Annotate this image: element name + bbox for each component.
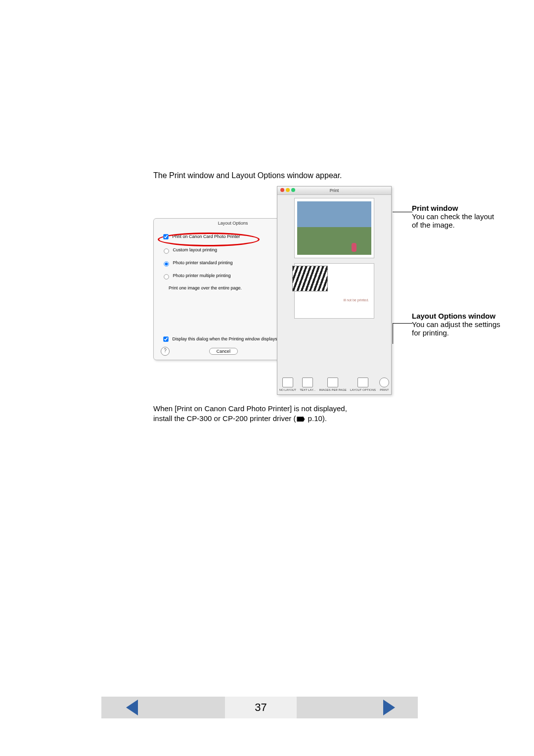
tb-print[interactable]: PRINT	[379, 378, 389, 391]
print-preview-secondary: ill not be printed.	[294, 263, 374, 319]
tb-layout-options[interactable]: LAYOUT OPTIONS	[350, 378, 376, 391]
print-preview-main	[294, 198, 374, 258]
cancel-button[interactable]: Cancel	[209, 348, 238, 355]
callout-print-window: Print window You can check the layout of…	[412, 204, 501, 229]
close-icon[interactable]	[280, 188, 284, 192]
callout2-title: Layout Options window	[412, 312, 495, 320]
tb-no-layout[interactable]: NO LAYOUT	[279, 378, 296, 391]
tb-no-layout-label: NO LAYOUT	[279, 388, 296, 391]
tb-images-label: IMAGES PER PAGE	[319, 388, 346, 391]
print-toolbar: NO LAYOUT TEXT LAY... IMAGES PER PAGE LA…	[277, 378, 391, 391]
callout2-body: You can adjust the settings for printing…	[412, 320, 500, 337]
callout-line-2	[393, 323, 412, 324]
page-content: The Print window and Layout Options wind…	[101, 0, 418, 756]
help-button[interactable]: ?	[161, 347, 170, 356]
tb-text-layout[interactable]: TEXT LAY...	[300, 378, 315, 391]
minimize-icon[interactable]	[286, 188, 290, 192]
prev-page-button[interactable]	[126, 700, 138, 715]
callout-layout-options: Layout Options window You can adjust the…	[412, 312, 501, 337]
nav-bar-left	[101, 697, 225, 718]
option-standard-radio[interactable]	[164, 261, 169, 266]
zoom-icon[interactable]	[291, 188, 295, 192]
no-layout-icon	[282, 378, 293, 387]
display-dialog-check[interactable]	[163, 336, 168, 341]
option-custom-radio[interactable]	[164, 248, 169, 253]
print-title: Print	[330, 188, 339, 193]
nav-bar-right	[297, 697, 418, 718]
footnote-line1: When [Print on Canon Card Photo Printer]…	[153, 404, 347, 413]
option-multiple-radio[interactable]	[164, 274, 169, 279]
not-printed-msg: ill not be printed.	[344, 298, 369, 302]
next-page-button[interactable]	[383, 700, 395, 715]
tb-layout-label: LAYOUT OPTIONS	[350, 388, 376, 391]
callout1-title: Print window	[412, 204, 458, 212]
page-number: 37	[225, 697, 297, 718]
callout1-body: You can check the layout of the image.	[412, 212, 494, 229]
footnote-line2a: install the CP-300 or CP-200 printer dri…	[153, 414, 296, 423]
intro-text: The Print window and Layout Options wind…	[153, 171, 342, 180]
callout-line-1	[393, 212, 412, 212]
print-window: Print ill not be printed. NO LAYOUT TEXT…	[277, 186, 392, 395]
footnote-line2b: p.10).	[306, 414, 327, 423]
tb-images-per-page[interactable]: IMAGES PER PAGE	[319, 378, 346, 391]
option-multiple-label: Photo printer multiple printing	[173, 273, 231, 278]
tb-text-layout-label: TEXT LAY...	[300, 388, 315, 391]
window-controls	[280, 188, 295, 192]
option-custom-label: Custom layout printing	[173, 247, 218, 252]
tb-print-label: PRINT	[380, 388, 389, 391]
text-layout-icon	[302, 378, 313, 387]
images-per-page-icon	[327, 378, 338, 387]
option-canon-card-check[interactable]	[163, 234, 168, 239]
callout-line-2v	[393, 323, 394, 344]
preview-photo-bridge	[297, 201, 371, 255]
print-titlebar: Print	[277, 187, 391, 195]
print-icon	[379, 378, 389, 387]
footnote: When [Print on Canon Card Photo Printer]…	[153, 404, 347, 424]
option-standard-label: Photo printer standard printing	[173, 260, 233, 265]
option-canon-card-label: Print on Canon Card Photo Printer	[173, 234, 240, 239]
screenshot-figure: Layout Options Print on Canon Card Photo…	[153, 186, 405, 394]
display-dialog-label: Display this dialog when the Printing wi…	[173, 336, 277, 341]
arrow-icon	[297, 417, 305, 422]
layout-options-icon	[357, 378, 368, 387]
page-nav-bar: 37	[0, 697, 534, 718]
preview-photo-zebra	[292, 266, 328, 291]
